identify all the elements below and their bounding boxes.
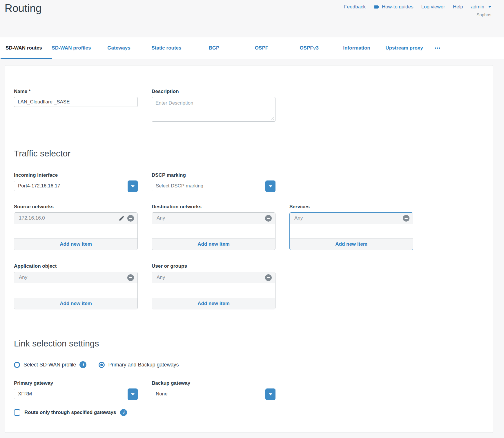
radio-icon[interactable]	[99, 362, 105, 368]
add-new-item-button[interactable]: Add new item	[152, 238, 275, 250]
add-new-item-button[interactable]: Add new item	[290, 238, 413, 250]
tab-upstream-proxy[interactable]: Upstream proxy	[380, 37, 428, 59]
radio-label: Primary and Backup gateways	[108, 362, 179, 368]
list-item-text: Any	[19, 275, 27, 280]
name-description-row: Name * Description	[14, 89, 432, 122]
incoming-interface-select[interactable]: Port4-172.16.16.17	[14, 181, 138, 191]
tab-ospfv3[interactable]: OSPFv3	[285, 37, 333, 59]
add-new-item-button[interactable]: Add new item	[14, 238, 137, 250]
remove-item-icon[interactable]	[127, 274, 134, 281]
user-or-groups-label: User or groups	[152, 263, 275, 269]
chevron-down-icon[interactable]	[128, 388, 138, 400]
itembox-body	[14, 283, 137, 298]
chevron-down-icon	[488, 6, 491, 8]
remove-item-icon[interactable]	[127, 215, 134, 222]
info-icon[interactable]: i	[79, 361, 86, 368]
howto-guides-label: How-to guides	[382, 4, 414, 10]
info-icon[interactable]: i	[120, 409, 127, 416]
name-label: Name *	[14, 89, 138, 94]
tab-bgp[interactable]: BGP	[190, 37, 238, 59]
tab-label: Upstream proxy	[385, 45, 423, 51]
description-input[interactable]	[152, 97, 275, 122]
chevron-down-icon[interactable]	[128, 180, 138, 192]
route-only-label: Route only through specified gateways	[24, 410, 116, 415]
edit-icon[interactable]	[119, 215, 125, 221]
add-new-item-button[interactable]: Add new item	[152, 298, 275, 309]
name-input[interactable]	[14, 97, 138, 107]
tab-gateways[interactable]: Gateways	[95, 37, 143, 59]
page-title: Routing	[5, 2, 42, 14]
admin-menu[interactable]: admin	[471, 4, 491, 10]
itembox-body	[290, 224, 413, 238]
route-only-checkbox[interactable]	[14, 409, 20, 416]
tab-sdwan-profiles[interactable]: SD-WAN profiles	[48, 37, 95, 59]
application-object-box: Any Add new item	[14, 272, 138, 309]
chevron-down-icon[interactable]	[265, 180, 275, 192]
divider	[14, 138, 432, 138]
application-users-row: Application object Any Add new item User…	[14, 263, 432, 309]
page-header: Routing Feedback How-to guides Log viewe…	[0, 0, 504, 37]
dscp-marking-label: DSCP marking	[152, 172, 275, 178]
services-label: Services	[289, 204, 413, 210]
log-viewer-link[interactable]: Log viewer	[421, 4, 445, 10]
list-item: Any	[14, 272, 137, 283]
backup-gateway-value: None	[156, 391, 168, 397]
incoming-interface-label: Incoming interface	[14, 172, 138, 178]
list-item-text: Any	[294, 215, 303, 221]
tabbar: SD-WAN routes SD-WAN profiles Gateways S…	[0, 37, 504, 59]
tab-label: SD-WAN profiles	[52, 45, 91, 51]
remove-item-icon[interactable]	[265, 215, 272, 222]
list-item-text: Any	[157, 275, 165, 280]
destination-networks-label: Destination networks	[152, 204, 275, 210]
add-new-item-button[interactable]: Add new item	[14, 298, 137, 309]
list-item-text: 172.16.16.0	[19, 215, 45, 221]
tab-label: OSPF	[255, 45, 268, 51]
radio-select-sdwan-profile[interactable]: Select SD-WAN profile i	[14, 361, 86, 368]
list-item: Any	[290, 213, 413, 224]
interface-dscp-row: Incoming interface Port4-172.16.16.17 DS…	[14, 172, 432, 191]
itembox-body	[14, 224, 137, 238]
help-link[interactable]: Help	[453, 4, 463, 10]
radio-label: Select SD-WAN profile	[23, 362, 76, 368]
tab-overflow-menu[interactable]: •••	[428, 37, 447, 59]
tab-ospf[interactable]: OSPF	[238, 37, 285, 59]
list-item: Any	[152, 272, 275, 283]
source-networks-box: 172.16.16.0 Add new item	[14, 212, 138, 250]
services-box: Any Add new item	[289, 212, 413, 250]
chevron-down-icon[interactable]	[265, 388, 275, 400]
backup-gateway-select[interactable]: None	[152, 389, 275, 399]
dscp-marking-value: Select DSCP marking	[156, 183, 203, 189]
ellipsis-icon: •••	[435, 46, 441, 50]
primary-gateway-value: XFRM	[18, 391, 32, 397]
user-or-groups-box: Any Add new item	[152, 272, 275, 309]
link-selection-radio-row: Select SD-WAN profile i Primary and Back…	[14, 361, 432, 368]
account-org: Sophos	[344, 12, 491, 17]
content-card: Name * Description Traffic selector Inco…	[5, 65, 493, 433]
primary-gateway-select[interactable]: XFRM	[14, 389, 138, 399]
description-label: Description	[152, 89, 275, 94]
dscp-marking-select[interactable]: Select DSCP marking	[152, 181, 275, 191]
howto-guides-link[interactable]: How-to guides	[374, 4, 414, 10]
admin-menu-label: admin	[471, 4, 484, 10]
tab-information[interactable]: Information	[333, 37, 380, 59]
radio-icon[interactable]	[14, 362, 20, 368]
radio-primary-backup-gateways[interactable]: Primary and Backup gateways	[99, 362, 179, 368]
remove-item-icon[interactable]	[265, 274, 272, 281]
backup-gateway-label: Backup gateway	[152, 380, 275, 386]
gateways-row: Primary gateway XFRM Backup gateway None	[14, 380, 432, 399]
remove-item-icon[interactable]	[403, 215, 409, 222]
tab-label: Gateways	[107, 45, 130, 51]
primary-gateway-label: Primary gateway	[14, 380, 138, 386]
itembox-body	[152, 224, 275, 238]
tab-static-routes[interactable]: Static routes	[143, 37, 190, 59]
tab-label: BGP	[209, 45, 220, 51]
video-camera-icon	[374, 4, 380, 10]
feedback-link[interactable]: Feedback	[344, 4, 366, 10]
header-links: Feedback How-to guides Log viewer Help a…	[344, 4, 491, 10]
link-selection-heading: Link selection settings	[14, 339, 432, 348]
tab-label: Static routes	[152, 45, 182, 51]
destination-networks-box: Any Add new item	[152, 212, 275, 250]
application-object-label: Application object	[14, 263, 138, 269]
tab-label: OSPFv3	[300, 45, 318, 51]
tab-sdwan-routes[interactable]: SD-WAN routes	[0, 37, 48, 59]
